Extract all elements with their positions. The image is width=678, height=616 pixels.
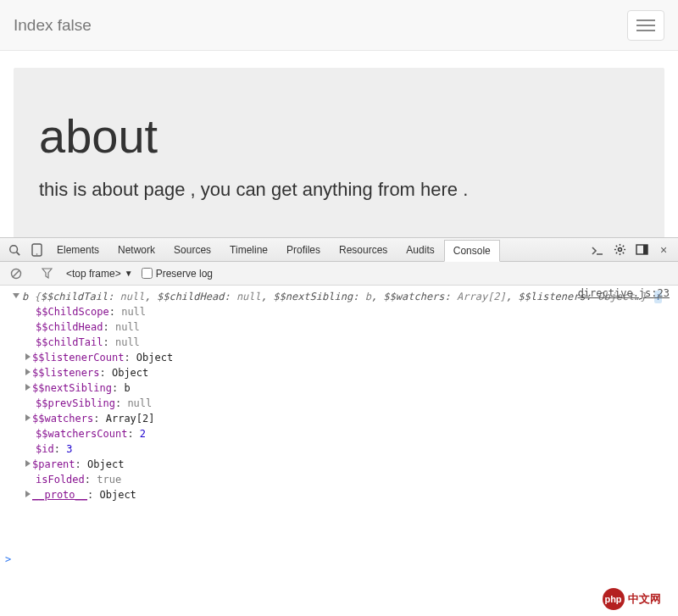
svg-line-10: [615, 246, 616, 247]
drawer-toggle-icon[interactable]: [586, 239, 609, 261]
object-properties-list: $$ChildScope: null$$childHead: null$$chi…: [36, 304, 673, 502]
page-subtitle: this is about page , you can get anythin…: [39, 179, 639, 201]
devtools-tab-profiles[interactable]: Profiles: [277, 239, 330, 261]
search-icon[interactable]: [3, 239, 25, 261]
clear-console-icon[interactable]: [5, 263, 27, 285]
object-property: $$prevSibling: null: [36, 396, 673, 411]
object-property: $$ChildScope: null: [36, 304, 673, 319]
svg-line-11: [622, 253, 623, 253]
expand-triangle-icon[interactable]: [25, 353, 31, 360]
devtools-tabbar: ElementsNetworkSourcesTimelineProfilesRe…: [0, 238, 678, 262]
devtools-tab-resources[interactable]: Resources: [330, 239, 397, 261]
devtools-tab-console[interactable]: Console: [444, 240, 500, 262]
object-property[interactable]: $parent: Object: [36, 457, 673, 472]
dock-icon[interactable]: [631, 239, 653, 261]
expand-triangle-icon[interactable]: [25, 414, 31, 421]
devtools-tab-network[interactable]: Network: [108, 239, 164, 261]
devtools-tab-timeline[interactable]: Timeline: [220, 239, 277, 261]
preserve-log-checkbox[interactable]: Preserve log: [142, 268, 213, 280]
preserve-log-label: Preserve log: [156, 268, 213, 280]
svg-line-1: [17, 252, 20, 255]
frame-selector[interactable]: <top frame> ▼: [66, 268, 133, 280]
watermark-logo: php: [603, 588, 625, 610]
settings-gear-icon[interactable]: [609, 239, 631, 261]
svg-line-17: [13, 270, 19, 277]
svg-point-3: [36, 253, 37, 255]
source-link[interactable]: directive.js:23: [578, 287, 670, 299]
page-title: about: [39, 108, 639, 164]
svg-point-5: [618, 247, 621, 251]
svg-line-12: [615, 253, 616, 253]
devtools-panel: ElementsNetworkSourcesTimelineProfilesRe…: [0, 237, 678, 616]
preserve-log-input[interactable]: [142, 268, 153, 279]
object-property: $id: 3: [36, 441, 673, 457]
expand-triangle-icon[interactable]: [25, 384, 31, 391]
filter-icon[interactable]: [36, 263, 58, 285]
devtools-tab-audits[interactable]: Audits: [397, 239, 443, 261]
hamburger-menu-button[interactable]: [627, 10, 664, 41]
console-toolbar: <top frame> ▼ Preserve log: [0, 262, 678, 286]
watermark: php 中文网: [585, 582, 678, 616]
expand-triangle-icon[interactable]: [13, 293, 19, 298]
close-devtools-icon[interactable]: ×: [653, 239, 675, 261]
watermark-text: 中文网: [628, 591, 661, 607]
jumbotron: about this is about page , you can get a…: [14, 68, 664, 241]
svg-marker-18: [42, 269, 52, 278]
object-property[interactable]: $$listenerCount: Object: [36, 350, 673, 365]
devtools-tab-elements[interactable]: Elements: [47, 239, 108, 261]
object-property[interactable]: $$nextSibling: b: [36, 380, 673, 396]
chevron-down-icon: ▼: [125, 269, 133, 278]
object-summary-row[interactable]: b {$$childTail: null, $$childHead: null,…: [5, 289, 673, 304]
svg-rect-15: [643, 245, 647, 254]
devtools-tab-sources[interactable]: Sources: [164, 239, 220, 261]
svg-point-0: [10, 245, 18, 253]
object-property: $$childTail: null: [36, 335, 673, 350]
svg-line-13: [622, 246, 623, 247]
object-property: isFolded: true: [36, 472, 673, 487]
page-body: about this is about page , you can get a…: [0, 51, 678, 258]
object-property: $$childHead: null: [36, 319, 673, 335]
navbar: Index false: [0, 0, 678, 51]
expand-triangle-icon[interactable]: [25, 491, 31, 497]
object-property[interactable]: $$listeners: Object: [36, 365, 673, 380]
device-toggle-icon[interactable]: [25, 239, 47, 261]
app-brand[interactable]: Index false: [14, 16, 92, 35]
object-property[interactable]: $$watchers: Array[2]: [36, 411, 673, 426]
console-output: b {$$childTail: null, $$childHead: null,…: [0, 286, 678, 508]
object-property: $$watchersCount: 2: [36, 426, 673, 441]
object-property[interactable]: __proto__: Object: [36, 487, 673, 502]
expand-triangle-icon[interactable]: [25, 460, 31, 467]
frame-selector-label: <top frame>: [66, 268, 121, 280]
console-prompt[interactable]: >: [5, 553, 11, 565]
expand-triangle-icon[interactable]: [25, 369, 31, 375]
